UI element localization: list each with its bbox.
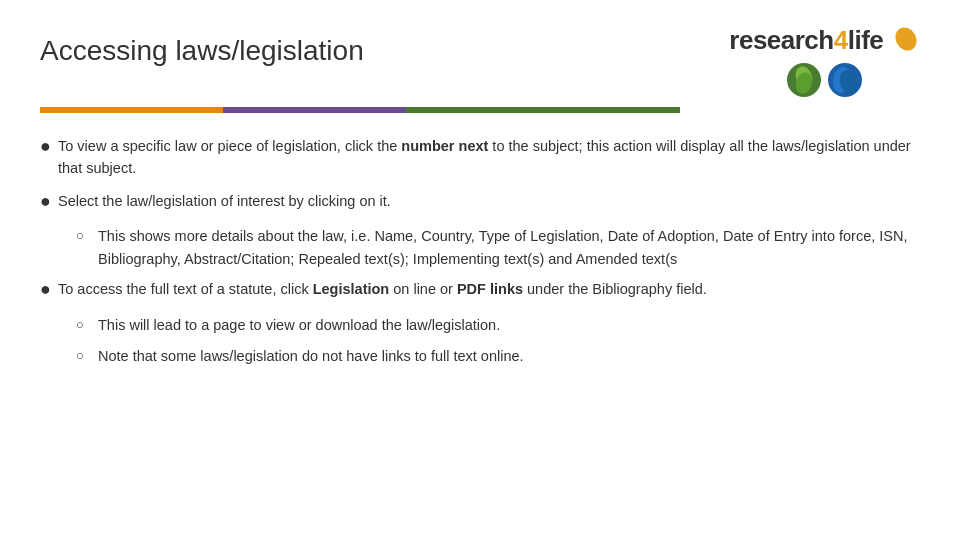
bullet-text-3: To access the full text of a statute, cl…	[58, 278, 920, 300]
page-title: Accessing laws/legislation	[40, 30, 364, 67]
slide: Accessing laws/legislation research4life	[0, 0, 960, 540]
sub-bullet-circle-3: ○	[76, 346, 98, 366]
bullet-dot-3: ●	[40, 276, 58, 304]
bullet-item-2: ● Select the law/legislation of interest…	[40, 190, 920, 216]
bullet-item-1: ● To view a specific law or piece of leg…	[40, 135, 920, 180]
bold-pdf-links: PDF links	[457, 281, 523, 297]
content-area: ● To view a specific law or piece of leg…	[40, 135, 920, 368]
divider-bar	[40, 107, 680, 113]
sub-bullet-text-3: Note that some laws/legislation do not h…	[98, 345, 920, 367]
divider-purple	[223, 107, 406, 113]
bullet-text-2: Select the law/legislation of interest b…	[58, 190, 920, 212]
bullet-dot-1: ●	[40, 133, 58, 161]
logo: research4life	[729, 25, 920, 99]
sub-bullet-circle-1: ○	[76, 226, 98, 246]
sub-bullet-circle-2: ○	[76, 315, 98, 335]
bullet-item-3: ● To access the full text of a statute, …	[40, 278, 920, 304]
svg-point-0	[892, 25, 920, 53]
bullet-text-1: To view a specific law or piece of legis…	[58, 135, 920, 180]
sub-bullet-item-2: ○ This will lead to a page to view or do…	[40, 314, 920, 336]
logo-leaf-icon	[892, 25, 920, 59]
bold-legislation: Legislation	[313, 281, 390, 297]
bold-number-next: number next	[401, 138, 488, 154]
sub-bullet-item-3: ○ Note that some laws/legislation do not…	[40, 345, 920, 367]
sub-bullet-text-1: This shows more details about the law, i…	[98, 225, 920, 270]
logo-circle-icons	[785, 61, 864, 99]
sub-bullet-item-1: ○ This shows more details about the law,…	[40, 225, 920, 270]
logo-green-circle	[785, 61, 823, 99]
logo-blue-circle	[826, 61, 864, 99]
header: Accessing laws/legislation research4life	[40, 30, 920, 99]
divider-orange	[40, 107, 223, 113]
logo-num: 4	[834, 25, 848, 55]
logo-part1: research	[729, 25, 833, 55]
bullet-dot-2: ●	[40, 188, 58, 216]
sub-bullet-text-2: This will lead to a page to view or down…	[98, 314, 920, 336]
logo-part2: life	[848, 25, 884, 55]
divider-green	[406, 107, 680, 113]
logo-text: research4life	[729, 25, 920, 59]
